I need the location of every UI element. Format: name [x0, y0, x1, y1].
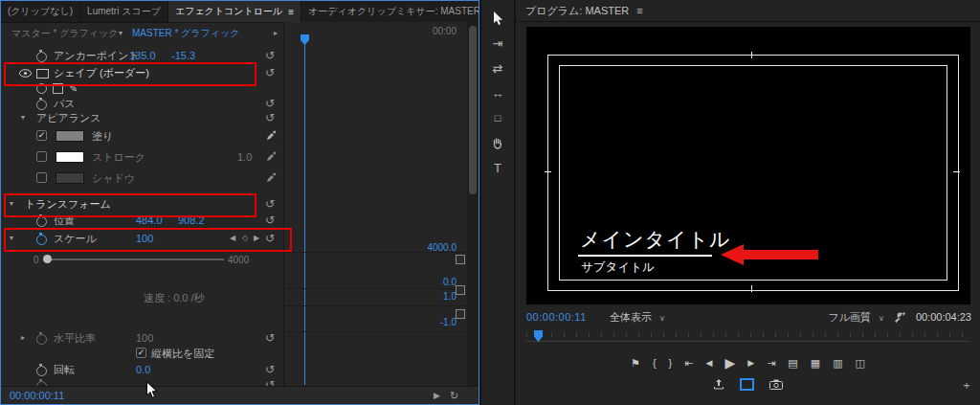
reset-icon[interactable]: ↺	[265, 364, 275, 375]
mark-in-icon[interactable]: {	[653, 357, 657, 369]
eyedropper-icon[interactable]	[266, 130, 277, 141]
graph-resize-handle[interactable]	[456, 285, 465, 295]
fill-checkbox[interactable]: ✓	[36, 130, 47, 141]
stopwatch-icon[interactable]	[36, 52, 47, 62]
program-timecode[interactable]: 00:00:00:11	[526, 311, 587, 323]
program-scrubber-ticks[interactable]	[526, 332, 969, 337]
play-button-icon[interactable]: ▶	[724, 355, 735, 371]
step-forward-icon[interactable]: ▶	[747, 358, 754, 368]
reset-icon[interactable]: ↺	[265, 214, 275, 226]
video-canvas[interactable]: メインタイトル サブタイトル	[526, 27, 970, 304]
tab-lumetri-scopes[interactable]: Lumetri スコープ	[80, 1, 168, 22]
blue-frame-toggle-icon[interactable]	[740, 378, 754, 391]
keyframe-lane[interactable]: 00:00 4000.0 0.0 1.0 -1.0	[283, 22, 468, 387]
transport-buttons: ⚑ { } ⇤ ◀ ▶ ▶ ⇥ ▤ ▦ ▥ ◫	[516, 352, 980, 373]
compare-view-icon[interactable]: ▥	[833, 357, 842, 370]
selection-tool-button[interactable]	[481, 8, 514, 29]
stopwatch-icon[interactable]	[36, 334, 47, 345]
wrench-icon[interactable]	[894, 311, 906, 324]
stopwatch-icon[interactable]	[36, 366, 47, 376]
scale-slider-handle[interactable]	[43, 255, 52, 263]
fill-color-swatch[interactable]	[56, 130, 84, 142]
scale-slider-track[interactable]	[46, 259, 224, 260]
add-keyframe-icon[interactable]: ◇	[242, 235, 248, 242]
stroke-color-swatch[interactable]	[56, 151, 84, 163]
panel-menu-icon[interactable]: ≡	[636, 5, 642, 16]
slip-tool-button[interactable]: ↔	[481, 82, 514, 103]
previous-keyframe-icon[interactable]: ◀	[230, 235, 235, 242]
reset-icon[interactable]: ↺	[265, 332, 275, 344]
quality-dropdown[interactable]: フル画質 ∨	[828, 310, 883, 325]
position-y-value[interactable]: 908.2	[178, 214, 205, 226]
chevron-down-icon[interactable]: ▾	[21, 114, 25, 122]
rectangle-tool-icon[interactable]	[53, 83, 63, 94]
shadow-checkbox[interactable]	[36, 172, 47, 183]
mark-out-icon[interactable]: }	[669, 357, 673, 369]
master-clip-label[interactable]: マスター * グラフィック	[11, 27, 119, 40]
lane-playhead-line[interactable]	[304, 44, 305, 385]
extract-icon[interactable]: ▦	[811, 357, 820, 370]
stroke-checkbox[interactable]	[36, 151, 47, 162]
tab-source-clip[interactable]: (クリップなし)	[1, 1, 80, 22]
step-back-icon[interactable]: ◀	[706, 358, 713, 368]
chevron-down-icon[interactable]: ▾	[10, 235, 13, 242]
scale-value[interactable]: 100	[136, 233, 153, 244]
annotation-arrow-head	[721, 244, 744, 265]
reset-icon[interactable]: ↺	[265, 67, 275, 79]
reset-icon[interactable]: ↺	[265, 233, 275, 244]
goto-in-icon[interactable]: ⇤	[684, 357, 693, 370]
position-x-value[interactable]: 484.0	[136, 214, 163, 226]
add-marker-icon[interactable]: ⚑	[631, 357, 640, 370]
graph-resize-handle[interactable]	[456, 255, 465, 264]
shadow-color-swatch[interactable]	[56, 172, 84, 184]
hand-tool-button[interactable]	[481, 132, 514, 153]
stopwatch-icon[interactable]	[36, 235, 47, 245]
chevron-down-icon[interactable]: ▾	[10, 200, 13, 208]
tab-audio-clip-mixer[interactable]: オーディオクリップミキサー: MASTER	[301, 1, 479, 22]
anchor-y-value[interactable]: -15.3	[171, 50, 195, 61]
chevron-right-icon[interactable]: ▸	[21, 334, 25, 342]
ec-vertical-scrollbar[interactable]	[467, 22, 479, 387]
graph-resize-handle[interactable]	[456, 309, 465, 319]
tab-effect-controls[interactable]: エフェクトコントロール ≡	[168, 1, 301, 22]
stopwatch-icon[interactable]	[36, 216, 47, 227]
export-frame-camera-icon[interactable]	[769, 379, 783, 390]
next-keyframe-icon[interactable]: ▶	[254, 235, 259, 242]
chevron-right-icon[interactable]: ▸	[274, 30, 278, 37]
reset-icon[interactable]: ↺	[265, 98, 275, 109]
appearance-row[interactable]: ▾ アピアランス ↺	[2, 109, 283, 126]
eyedropper-icon[interactable]	[266, 172, 277, 183]
type-tool-button[interactable]: T	[481, 157, 514, 178]
lock-aspect-row: ✓ 縦横比を固定	[2, 345, 283, 362]
ec-playhead-timecode[interactable]: 00:00:00:11	[10, 390, 64, 401]
pen-tool-icon[interactable]: ✎	[69, 82, 78, 95]
quick-export-icon[interactable]	[713, 378, 724, 390]
ripple-edit-tool-button[interactable]: ⇄	[481, 57, 514, 79]
add-button-icon[interactable]: ＋	[961, 377, 972, 394]
horizontal-ratio-value[interactable]: 100	[136, 332, 153, 344]
reset-icon[interactable]: ↺	[265, 50, 275, 61]
loop-icon[interactable]: ↻	[450, 389, 458, 401]
stroke-width-value[interactable]: 1.0	[237, 151, 252, 163]
scrollbar-thumb[interactable]	[469, 26, 477, 194]
anchor-x-value[interactable]: 135.0	[129, 50, 156, 61]
eyedropper-icon[interactable]	[266, 151, 277, 162]
eye-icon[interactable]	[19, 69, 32, 78]
lock-aspect-checkbox[interactable]: ✓	[136, 348, 146, 358]
program-scrubber-track[interactable]	[526, 341, 969, 342]
rotation-value[interactable]: 0.0	[136, 364, 150, 375]
ellipse-tool-icon[interactable]	[36, 83, 47, 94]
transform-row[interactable]: ▾ トランスフォーム ↺	[2, 195, 283, 213]
reset-icon[interactable]: ↺	[265, 112, 275, 124]
lift-icon[interactable]: ▤	[788, 357, 797, 370]
fit-dropdown[interactable]: 全体表示 ∨	[610, 310, 665, 325]
panel-menu-icon[interactable]: ≡	[288, 7, 294, 17]
rectangle-tool-button[interactable]: □	[481, 107, 514, 128]
goto-out-icon[interactable]: ⇥	[767, 357, 775, 370]
reset-icon[interactable]: ↺	[265, 198, 275, 210]
track-select-tool-button[interactable]: ⇥	[481, 33, 514, 54]
multicam-icon[interactable]: ◫	[856, 357, 865, 370]
play-icon[interactable]: ▶	[434, 391, 440, 400]
hand-icon	[492, 137, 503, 149]
clip-name-label[interactable]: MASTER * グラフィック	[132, 27, 240, 40]
